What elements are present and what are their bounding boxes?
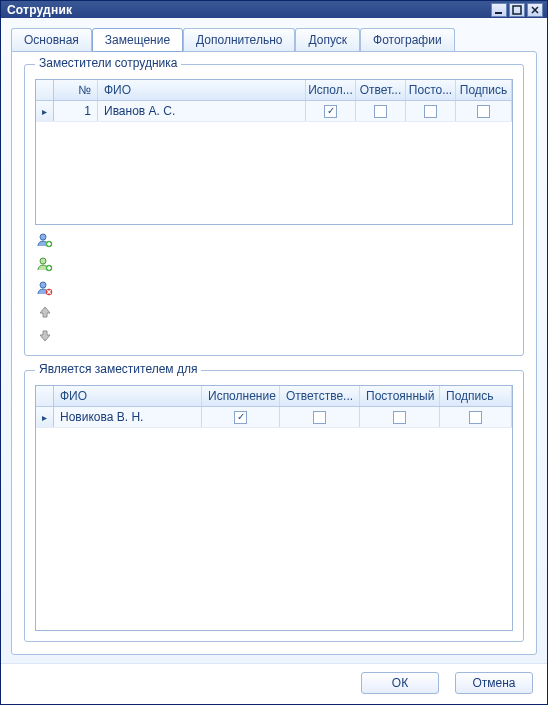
minimize-button[interactable]	[491, 3, 507, 17]
close-button[interactable]	[527, 3, 543, 17]
checkbox-icon[interactable]	[234, 411, 247, 424]
cell-execution[interactable]	[306, 101, 356, 121]
checkbox-icon[interactable]	[424, 105, 437, 118]
tab-main[interactable]: Основная	[11, 28, 92, 51]
window-title: Сотрудник	[7, 3, 491, 17]
checkbox-icon[interactable]	[313, 411, 326, 424]
substitutes-group: Заместители сотрудника № ФИО Испол... От…	[24, 64, 524, 356]
cell-permanent[interactable]	[360, 407, 440, 427]
add-user-button[interactable]	[36, 231, 54, 249]
checkbox-icon[interactable]	[374, 105, 387, 118]
dialog-footer: ОК Отмена	[1, 663, 547, 704]
col-number[interactable]: №	[54, 80, 98, 100]
col-fio[interactable]: ФИО	[98, 80, 306, 100]
cell-number: 1	[54, 101, 98, 121]
checkbox-icon[interactable]	[324, 105, 337, 118]
move-up-button[interactable]	[36, 303, 54, 321]
cell-responsible[interactable]	[280, 407, 360, 427]
checkbox-icon[interactable]	[393, 411, 406, 424]
col-execution[interactable]: Исполнение	[202, 386, 280, 406]
col-signature[interactable]: Подпись	[440, 386, 512, 406]
substitute-for-legend: Является заместителем для	[35, 362, 201, 376]
tab-substitution[interactable]: Замещение	[92, 28, 183, 52]
col-responsible[interactable]: Ответстве...	[280, 386, 360, 406]
row-selector-header	[36, 386, 54, 406]
svg-point-6	[40, 282, 46, 288]
move-down-button[interactable]	[36, 327, 54, 345]
svg-point-2	[40, 234, 46, 240]
col-permanent[interactable]: Посто...	[406, 80, 456, 100]
col-fio[interactable]: ФИО	[54, 386, 202, 406]
substitute-for-grid[interactable]: ФИО Исполнение Ответстве... Постоянный П…	[35, 385, 513, 631]
table-row[interactable]: 1 Иванов А. С.	[36, 101, 512, 122]
col-signature[interactable]: Подпись	[456, 80, 512, 100]
svg-rect-0	[495, 12, 502, 14]
add-user-alt-button[interactable]	[36, 255, 54, 273]
svg-point-4	[40, 258, 46, 264]
substitutes-grid[interactable]: № ФИО Испол... Ответ... Посто... Подпись…	[35, 79, 513, 225]
ok-button[interactable]: ОК	[361, 672, 439, 694]
substitute-for-group: Является заместителем для ФИО Исполнение…	[24, 370, 524, 642]
row-indicator-icon	[36, 101, 54, 121]
remove-user-button[interactable]	[36, 279, 54, 297]
tab-access[interactable]: Допуск	[295, 28, 360, 51]
maximize-button[interactable]	[509, 3, 525, 17]
tab-photos[interactable]: Фотографии	[360, 28, 455, 51]
cell-fio: Новикова В. Н.	[54, 407, 202, 427]
checkbox-icon[interactable]	[469, 411, 482, 424]
tab-strip: Основная Замещение Дополнительно Допуск …	[11, 28, 537, 51]
col-responsible[interactable]: Ответ...	[356, 80, 406, 100]
cell-signature[interactable]	[440, 407, 512, 427]
table-row[interactable]: Новикова В. Н.	[36, 407, 512, 428]
tab-additional[interactable]: Дополнительно	[183, 28, 295, 51]
cell-responsible[interactable]	[356, 101, 406, 121]
col-execution[interactable]: Испол...	[306, 80, 356, 100]
col-permanent[interactable]: Постоянный	[360, 386, 440, 406]
tab-page-substitution: Заместители сотрудника № ФИО Испол... От…	[11, 51, 537, 655]
svg-rect-1	[513, 6, 521, 14]
checkbox-icon[interactable]	[477, 105, 490, 118]
substitutes-legend: Заместители сотрудника	[35, 56, 181, 70]
row-selector-header	[36, 80, 54, 100]
row-indicator-icon	[36, 407, 54, 427]
cell-fio: Иванов А. С.	[98, 101, 306, 121]
title-bar: Сотрудник	[1, 1, 547, 18]
cell-signature[interactable]	[456, 101, 512, 121]
cell-permanent[interactable]	[406, 101, 456, 121]
substitutes-toolbar	[35, 229, 55, 345]
employee-dialog: Сотрудник Основная Замещение Дополнитель…	[0, 0, 548, 705]
cancel-button[interactable]: Отмена	[455, 672, 533, 694]
cell-execution[interactable]	[202, 407, 280, 427]
